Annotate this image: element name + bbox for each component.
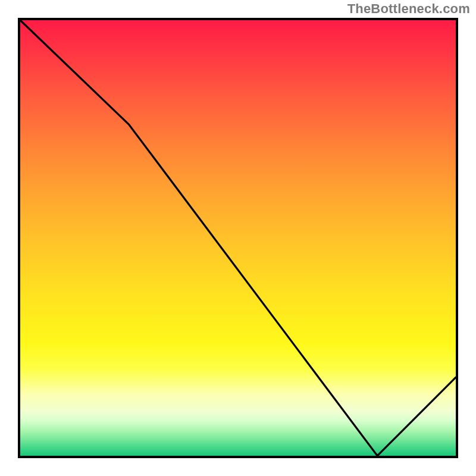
attribution-text: TheBottleneck.com <box>347 1 470 17</box>
chart-plot-area <box>18 18 458 458</box>
